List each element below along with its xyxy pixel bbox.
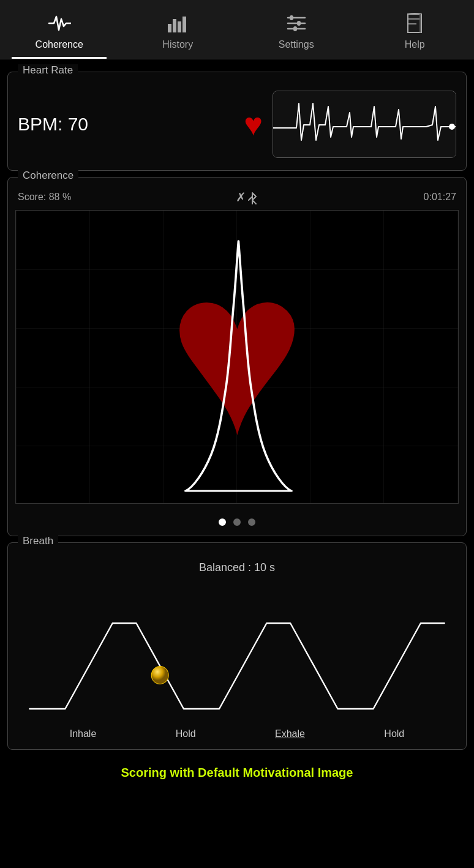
heart-icon: ♥: [244, 108, 263, 140]
ecg-display: [273, 91, 456, 158]
bell-curve-svg: [16, 211, 458, 503]
heart-rate-title: Heart Rate: [18, 64, 78, 77]
tab-coherence[interactable]: Coherence: [0, 0, 119, 59]
sliders-icon: [284, 11, 309, 36]
breath-section: Breath Balanced : 10 s Inha: [7, 542, 467, 750]
heart-rate-section: Heart Rate BPM: 70 ♥: [7, 72, 467, 171]
breath-wave-svg: [18, 586, 456, 721]
bluetooth-icon: ✗: [236, 190, 258, 205]
tab-settings-label: Settings: [279, 39, 314, 50]
tab-bar: Coherence History Settings: [0, 0, 474, 59]
svg-rect-2: [178, 21, 181, 32]
heart-rate-content: BPM: 70 ♥: [8, 72, 466, 170]
breath-title: Breath: [18, 535, 58, 547]
tab-help[interactable]: Help: [356, 0, 475, 59]
dot-3[interactable]: [248, 518, 255, 526]
coherence-title: Coherence: [18, 170, 78, 182]
tab-settings[interactable]: Settings: [237, 0, 356, 59]
breath-mode-label: Balanced : 10 s: [18, 561, 456, 574]
coherence-section: Coherence Score: 88 % ✗ 0:01:27 ♥: [7, 177, 467, 536]
tab-coherence-label: Coherence: [36, 39, 83, 50]
dot-2[interactable]: [233, 518, 241, 526]
book-icon: [402, 11, 427, 36]
svg-rect-9: [293, 26, 297, 31]
pulse-icon: [47, 11, 72, 36]
coherence-header: Score: 88 % ✗ 0:01:27: [8, 190, 466, 210]
breath-hold2: Hold: [384, 728, 404, 739]
coherence-score: Score: 88 %: [18, 192, 71, 203]
breath-exhale: Exhale: [275, 728, 305, 739]
breath-hold1: Hold: [176, 728, 196, 739]
tab-help-label: Help: [405, 39, 425, 50]
svg-rect-3: [182, 17, 186, 32]
svg-point-16: [152, 667, 168, 684]
status-bar: Scoring with Default Motivational Image: [0, 756, 474, 790]
status-message: Scoring with Default Motivational Image: [121, 766, 353, 779]
svg-rect-7: [290, 15, 293, 20]
coherence-timer: 0:01:27: [424, 192, 456, 203]
tab-history[interactable]: History: [119, 0, 238, 59]
breath-content: Balanced : 10 s Inhale Hold: [8, 543, 466, 749]
breath-phase-labels: Inhale Hold Exhale Hold: [18, 728, 456, 739]
coherence-chart: ♥: [15, 210, 459, 504]
svg-rect-0: [168, 24, 171, 32]
bpm-display: BPM: 70: [18, 114, 234, 135]
svg-rect-1: [173, 19, 176, 32]
breath-inhale: Inhale: [70, 728, 97, 739]
breath-chart: [18, 586, 456, 721]
dot-1[interactable]: [219, 518, 226, 526]
svg-point-13: [449, 124, 455, 130]
svg-rect-8: [297, 21, 301, 26]
page-dots: [8, 514, 466, 536]
bar-chart-icon: [165, 11, 190, 36]
tab-history-label: History: [162, 39, 193, 50]
